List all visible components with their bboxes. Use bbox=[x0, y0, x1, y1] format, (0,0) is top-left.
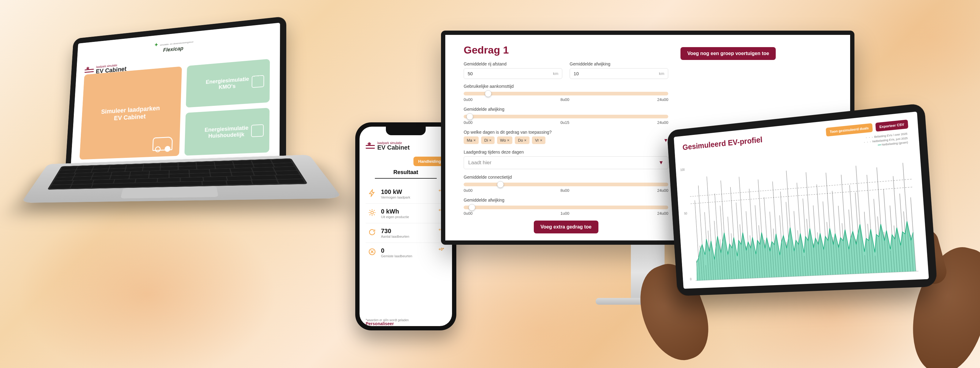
add-vehicle-group-button[interactable]: Voeg nog een groep voertuigen toe bbox=[681, 47, 776, 60]
ev-profile-chart bbox=[688, 148, 918, 281]
conn-slider[interactable] bbox=[464, 182, 668, 186]
tick-0: 0u00 bbox=[464, 211, 473, 216]
metric-value: 0 bbox=[381, 247, 412, 254]
flexicap-tagline: simulatie- en dimensioneringstool bbox=[160, 41, 193, 46]
metric-value: 100 kW bbox=[381, 189, 410, 195]
deviation2-label: Gemiddelde afwijking bbox=[464, 107, 668, 112]
tick-8: 8u00 bbox=[560, 188, 569, 193]
metric-laadbeurten: 730 Aantal laadbeurten +0* bbox=[366, 223, 446, 243]
svg-point-0 bbox=[371, 211, 374, 214]
days-label: Op welke dagen is dit gedrag van toepass… bbox=[464, 130, 668, 135]
tick-24: 24u00 bbox=[657, 120, 668, 125]
tablet-screen: Gesimuleerd EV-profiel Toon gesimuleerd … bbox=[674, 112, 929, 289]
conn-label: Gemiddelde connectietijd bbox=[464, 174, 668, 179]
house-icon bbox=[251, 124, 264, 137]
tablet-mockup: Gesimuleerd EV-profiel Toon gesimuleerd … bbox=[667, 103, 937, 296]
day-chip[interactable]: Ma × bbox=[464, 136, 479, 144]
metric-gemist: 0 Gemiste laadbeurten +0* bbox=[366, 243, 446, 262]
svg-line-7 bbox=[370, 214, 370, 215]
tick-24: 24u00 bbox=[657, 188, 668, 193]
deviation3-slider[interactable] bbox=[464, 206, 668, 209]
tab-resultaat[interactable]: Resultaat bbox=[375, 169, 437, 179]
bolt-icon bbox=[368, 189, 377, 198]
chart-legend: - - - Belasting EVs / over 2025 - - - Ne… bbox=[864, 132, 908, 149]
flexicap-name: Flexicap bbox=[163, 46, 183, 53]
metric-label: Gemiste laadbeurten bbox=[381, 254, 412, 258]
metric-label: Uit eigen productie bbox=[381, 215, 409, 219]
charge-value: Laadt hier bbox=[468, 160, 492, 166]
deviation-label: Gemiddelde afwijking bbox=[570, 62, 668, 67]
evcabinet-name: EV Cabinet bbox=[377, 144, 410, 151]
arrival-label: Gebruikelijke aankomsttijd bbox=[464, 84, 668, 89]
card-simuleer-laadparken[interactable]: Simuleer laadparken EV Cabinet bbox=[79, 67, 181, 160]
day-chip[interactable]: Di × bbox=[481, 136, 494, 144]
distance-label: Gemiddelde rij afstand bbox=[464, 62, 562, 67]
tick-0: 0u00 bbox=[464, 97, 473, 102]
metric-productie: 0 kWh Uit eigen productie +0* bbox=[366, 204, 446, 223]
distance-unit: km bbox=[553, 71, 558, 76]
metric-value: 730 bbox=[381, 228, 409, 235]
flexicap-logo: ✦ simulatie- en dimensioneringstool Flex… bbox=[153, 38, 193, 54]
card-energiesimulatie-kmo[interactable]: Energiesimulatie KMO's bbox=[186, 59, 270, 107]
metric-vermogen: 100 kW Vermogen laadpark +0* bbox=[366, 184, 446, 204]
tick-1: 1u00 bbox=[560, 211, 569, 216]
personalise-link[interactable]: Personaliseer bbox=[366, 321, 394, 326]
day-chip[interactable]: Wo × bbox=[497, 136, 512, 144]
building-icon bbox=[252, 75, 264, 88]
arrival-slider[interactable] bbox=[464, 92, 668, 95]
deviation2-slider[interactable] bbox=[464, 115, 668, 118]
metric-label: Aantal laadbeurten bbox=[381, 235, 409, 238]
days-selector[interactable]: Ma × Di × Wo × Do × Vr × ▼ bbox=[464, 136, 668, 144]
sun-icon bbox=[368, 208, 377, 217]
chevron-down-icon: ▼ bbox=[659, 160, 663, 166]
day-chip[interactable]: Do × bbox=[515, 136, 530, 144]
svg-line-5 bbox=[370, 210, 370, 211]
card-energiesimulatie-huishoudelijk[interactable]: Energiesimulatie Huishoudelijk bbox=[185, 108, 269, 155]
deviation-value: 10 bbox=[574, 71, 579, 76]
charge-label: Laadgedrag tijdens deze dagen bbox=[464, 149, 668, 154]
y-tick-50: 50 bbox=[684, 212, 687, 215]
tick-24: 24u00 bbox=[657, 97, 668, 102]
laptop-screen: ✦ simulatie- en dimensioneringstool Flex… bbox=[70, 23, 280, 169]
refresh-icon bbox=[368, 228, 377, 237]
day-chip[interactable]: Vr × bbox=[532, 136, 546, 144]
metric-label: Vermogen laadpark bbox=[381, 195, 410, 199]
tick-015: 0u15 bbox=[560, 120, 569, 125]
distance-value: 50 bbox=[468, 71, 473, 76]
tick-0: 0u00 bbox=[464, 120, 473, 125]
tick-8: 8u00 bbox=[560, 97, 569, 102]
svg-marker-103 bbox=[694, 220, 916, 281]
tick-24: 24u00 bbox=[657, 211, 668, 216]
deviation3-label: Gemiddelde afwijking bbox=[464, 198, 668, 203]
trackpad bbox=[120, 186, 218, 198]
tick-0: 0u00 bbox=[464, 188, 473, 193]
car-icon bbox=[152, 137, 173, 151]
deviation-unit: km bbox=[659, 71, 664, 76]
page-title: Gedrag 1 bbox=[464, 44, 668, 56]
card-title-line2: KMO's bbox=[219, 83, 236, 90]
add-behaviour-button[interactable]: Voeg extra gedrag toe bbox=[534, 220, 598, 233]
svg-line-8 bbox=[374, 210, 375, 211]
evcabinet-logo: ❀ laadpark simulatie EV Cabinet bbox=[366, 141, 410, 151]
laptop-mockup: ✦ simulatie- en dimensioneringstool Flex… bbox=[43, 14, 309, 233]
deviation-input[interactable]: 10 km bbox=[570, 68, 668, 79]
y-tick-100: 100 bbox=[680, 168, 685, 171]
metric-value: 0 kWh bbox=[381, 208, 409, 215]
distance-input[interactable]: 50 km bbox=[464, 68, 562, 79]
charge-select[interactable]: Laadt hier ▼ bbox=[464, 156, 668, 169]
keyboard bbox=[47, 159, 308, 190]
svg-line-6 bbox=[374, 214, 375, 215]
phone-screen: ❀ laadpark simulatie EV Cabinet ≡ Handle… bbox=[360, 127, 452, 326]
y-tick-0: 0 bbox=[690, 278, 692, 281]
x-circle-icon bbox=[368, 247, 377, 256]
